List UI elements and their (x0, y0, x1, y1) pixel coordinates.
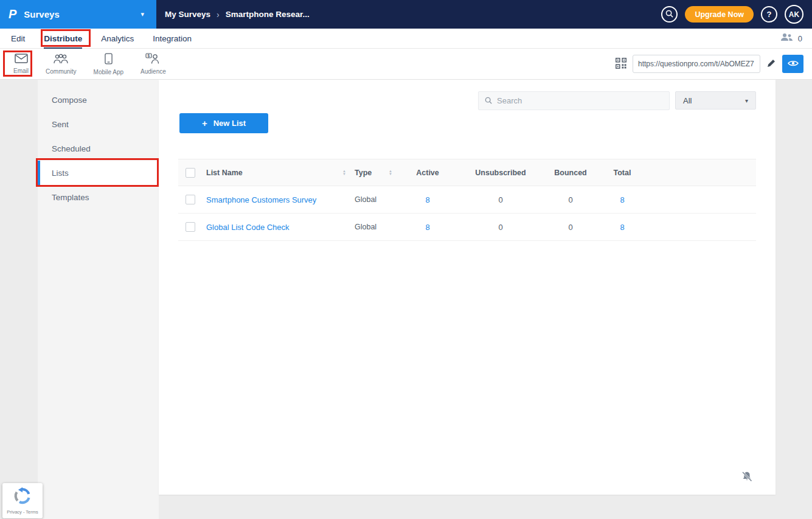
channel-audience[interactable]: $ Audience (132, 49, 175, 79)
body-region: Compose Sent Scheduled Lists Templates A… (0, 80, 812, 519)
plus-icon: + (202, 118, 207, 128)
channel-list: Email Community Mobile App $ Audience (0, 49, 175, 79)
audience-icon: $ (145, 53, 161, 66)
community-icon (53, 54, 69, 66)
help-button[interactable]: ? (761, 6, 777, 23)
sidebar-item-sent[interactable]: Sent (38, 112, 159, 136)
eye-icon (788, 60, 799, 69)
page: P Surveys ▾ My Surveys › Smartphone Rese… (0, 0, 812, 519)
list-search[interactable] (478, 91, 670, 110)
content-wrap: All ▾ + New List List Name ▲▼ (159, 80, 812, 519)
qr-code-icon (616, 58, 626, 71)
tab-analytics[interactable]: Analytics (101, 29, 134, 49)
tab-edit[interactable]: Edit (11, 29, 25, 49)
column-total: Total (598, 169, 647, 177)
active-count[interactable]: 8 (397, 223, 458, 232)
list-type: Global (350, 223, 397, 231)
collaborators[interactable]: 0 (780, 33, 802, 44)
unsubscribed-count: 0 (458, 195, 543, 204)
breadcrumb-survey-title[interactable]: Smartphone Resear... (226, 10, 310, 19)
new-list-button[interactable]: + New List (179, 113, 268, 133)
recaptcha-badge[interactable]: Privacy - Terms (2, 483, 43, 518)
new-list-label: New List (213, 119, 246, 128)
list-type: Global (350, 195, 397, 204)
filter-value: All (683, 96, 692, 105)
notifications-off-icon[interactable] (741, 471, 752, 484)
table-row: Smartphone Customers Survey Global 8 0 0… (178, 186, 756, 214)
tabbar: Edit Distribute Analytics Integration 0 (0, 29, 812, 49)
tab-distribute[interactable]: Distribute (44, 29, 82, 49)
survey-link-tools (616, 55, 803, 73)
list-filter-select[interactable]: All ▾ (675, 91, 756, 110)
bounced-count: 0 (543, 223, 598, 232)
channel-email[interactable]: Email (5, 49, 37, 79)
mobile-app-icon (105, 53, 113, 67)
edit-url-button[interactable] (766, 58, 776, 70)
total-count[interactable]: 8 (598, 195, 647, 204)
svg-text:$: $ (148, 54, 150, 58)
breadcrumb: My Surveys › Smartphone Resear... (165, 10, 310, 19)
chevron-down-icon[interactable]: ▾ (141, 10, 144, 18)
search-icon (665, 10, 673, 19)
sort-icon[interactable]: ▲▼ (342, 170, 346, 176)
lists-table: List Name ▲▼ Type ▲▼ Active Unsubscribed… (178, 159, 756, 241)
avatar[interactable]: AK (785, 5, 803, 24)
column-list-name[interactable]: List Name (206, 169, 243, 177)
sidebar-item-compose[interactable]: Compose (38, 88, 159, 112)
unsubscribed-count: 0 (458, 223, 543, 232)
recaptcha-links[interactable]: Privacy - Terms (7, 509, 38, 515)
qr-code-button[interactable] (616, 58, 626, 71)
channel-mobile-app-label: Mobile App (94, 69, 123, 75)
lists-panel: All ▾ + New List List Name ▲▼ (159, 80, 776, 495)
email-icon (15, 54, 28, 66)
table-header-row: List Name ▲▼ Type ▲▼ Active Unsubscribed… (178, 159, 756, 186)
channel-mobile-app[interactable]: Mobile App (85, 49, 132, 79)
search-button[interactable] (661, 6, 678, 23)
row-checkbox[interactable] (186, 222, 195, 232)
chevron-down-icon: ▾ (745, 97, 748, 104)
search-icon (485, 96, 492, 106)
sidebar-item-lists[interactable]: Lists (38, 161, 159, 185)
channel-community[interactable]: Community (37, 49, 85, 79)
row-checkbox[interactable] (186, 195, 195, 204)
column-unsubscribed: Unsubscribed (458, 169, 543, 177)
app-name: Surveys (24, 9, 141, 19)
column-bounced: Bounced (543, 169, 598, 177)
breadcrumb-separator-icon: › (217, 10, 220, 19)
left-gutter (0, 80, 38, 519)
upgrade-button[interactable]: Upgrade Now (685, 6, 754, 23)
channel-community-label: Community (46, 68, 77, 75)
channel-email-label: Email (13, 68, 29, 74)
distribute-toolbar: Email Community Mobile App $ Audience (0, 49, 812, 80)
channel-audience-label: Audience (141, 68, 166, 75)
preview-button[interactable] (782, 55, 803, 73)
sidebar-item-templates[interactable]: Templates (38, 185, 159, 209)
collaborators-icon (780, 33, 793, 44)
topbar-actions: Upgrade Now ? AK (661, 5, 803, 24)
questionpro-logo-icon: P (9, 7, 16, 21)
select-all-checkbox[interactable] (186, 168, 195, 178)
tab-integration[interactable]: Integration (153, 29, 192, 49)
search-input[interactable] (497, 96, 663, 105)
list-name-link[interactable]: Smartphone Customers Survey (206, 195, 316, 204)
breadcrumb-my-surveys[interactable]: My Surveys (165, 10, 210, 19)
survey-url-input[interactable] (633, 55, 760, 73)
recaptcha-logo-icon (13, 487, 32, 507)
bounced-count: 0 (543, 195, 598, 204)
email-sidebar: Compose Sent Scheduled Lists Templates (38, 80, 159, 519)
table-row: Global List Code Check Global 8 0 0 8 (178, 214, 756, 241)
pencil-icon (766, 58, 776, 70)
column-active: Active (397, 169, 458, 177)
product-switcher[interactable]: P Surveys ▾ (0, 0, 156, 29)
list-name-link[interactable]: Global List Code Check (206, 223, 290, 232)
collaborators-count: 0 (798, 34, 802, 43)
sort-icon[interactable]: ▲▼ (389, 170, 392, 176)
total-count[interactable]: 8 (598, 223, 647, 232)
active-count[interactable]: 8 (397, 195, 458, 204)
sidebar-item-scheduled[interactable]: Scheduled (38, 136, 159, 161)
topbar: P Surveys ▾ My Surveys › Smartphone Rese… (0, 0, 812, 29)
column-type[interactable]: Type (355, 169, 372, 177)
